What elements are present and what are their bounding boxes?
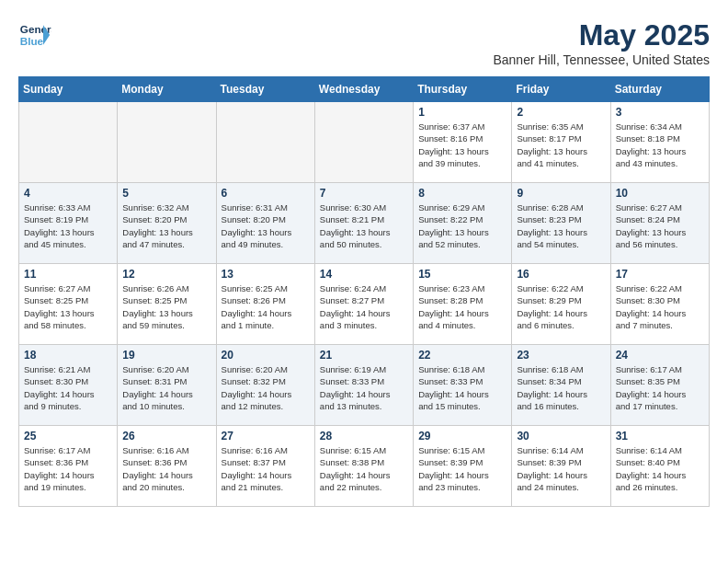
day-info: Sunrise: 6:15 AM Sunset: 8:39 PM Dayligh… [418, 444, 506, 493]
day-number: 3 [616, 106, 704, 119]
day-number: 8 [418, 187, 506, 200]
calendar-cell: 24Sunrise: 6:17 AM Sunset: 8:35 PM Dayli… [610, 345, 709, 426]
day-info: Sunrise: 6:35 AM Sunset: 8:17 PM Dayligh… [517, 121, 605, 169]
calendar-cell: 7Sunrise: 6:30 AM Sunset: 8:21 PM Daylig… [314, 183, 413, 264]
day-info: Sunrise: 6:20 AM Sunset: 8:31 PM Dayligh… [122, 363, 210, 412]
calendar-cell: 18Sunrise: 6:21 AM Sunset: 8:30 PM Dayli… [19, 345, 118, 426]
calendar-cell: 22Sunrise: 6:18 AM Sunset: 8:33 PM Dayli… [414, 345, 512, 426]
location-subtitle: Banner Hill, Tennessee, United States [493, 52, 710, 67]
day-info: Sunrise: 6:33 AM Sunset: 8:19 PM Dayligh… [24, 201, 112, 250]
calendar-cell: 28Sunrise: 6:15 AM Sunset: 8:38 PM Dayli… [314, 426, 413, 507]
calendar-cell [118, 102, 216, 183]
weekday-wednesday: Wednesday [314, 77, 413, 102]
day-number: 30 [517, 430, 605, 442]
day-number: 27 [222, 430, 310, 442]
week-row-4: 18Sunrise: 6:21 AM Sunset: 8:30 PM Dayli… [19, 345, 710, 426]
day-info: Sunrise: 6:27 AM Sunset: 8:24 PM Dayligh… [616, 201, 704, 250]
calendar-cell: 19Sunrise: 6:20 AM Sunset: 8:31 PM Dayli… [118, 345, 216, 426]
calendar-cell: 13Sunrise: 6:25 AM Sunset: 8:26 PM Dayli… [216, 264, 314, 345]
calendar-cell: 25Sunrise: 6:17 AM Sunset: 8:36 PM Dayli… [19, 426, 118, 507]
logo: General Blue [18, 18, 51, 52]
day-number: 1 [418, 106, 506, 119]
calendar-cell [216, 102, 314, 183]
day-number: 6 [222, 187, 310, 200]
day-info: Sunrise: 6:19 AM Sunset: 8:33 PM Dayligh… [320, 363, 408, 412]
day-number: 7 [320, 187, 408, 200]
svg-text:Blue: Blue [20, 35, 44, 47]
month-title: May 2025 [493, 18, 710, 52]
calendar-cell: 15Sunrise: 6:23 AM Sunset: 8:28 PM Dayli… [414, 264, 512, 345]
day-info: Sunrise: 6:16 AM Sunset: 8:37 PM Dayligh… [222, 444, 310, 493]
day-number: 19 [122, 349, 210, 362]
day-info: Sunrise: 6:37 AM Sunset: 8:16 PM Dayligh… [418, 121, 506, 169]
day-number: 15 [418, 268, 506, 281]
calendar-cell: 9Sunrise: 6:28 AM Sunset: 8:23 PM Daylig… [512, 183, 610, 264]
calendar-cell [19, 102, 118, 183]
day-number: 12 [122, 268, 210, 281]
day-number: 13 [222, 268, 310, 281]
day-info: Sunrise: 6:15 AM Sunset: 8:38 PM Dayligh… [320, 444, 408, 493]
day-number: 16 [517, 268, 605, 281]
calendar-cell: 3Sunrise: 6:34 AM Sunset: 8:18 PM Daylig… [610, 102, 709, 183]
calendar-cell: 1Sunrise: 6:37 AM Sunset: 8:16 PM Daylig… [414, 102, 512, 183]
calendar-cell: 10Sunrise: 6:27 AM Sunset: 8:24 PM Dayli… [610, 183, 709, 264]
day-info: Sunrise: 6:23 AM Sunset: 8:28 PM Dayligh… [418, 282, 506, 331]
day-info: Sunrise: 6:27 AM Sunset: 8:25 PM Dayligh… [24, 282, 112, 331]
calendar-cell: 17Sunrise: 6:22 AM Sunset: 8:30 PM Dayli… [610, 264, 709, 345]
calendar-cell: 30Sunrise: 6:14 AM Sunset: 8:39 PM Dayli… [512, 426, 610, 507]
day-number: 14 [320, 268, 408, 281]
day-info: Sunrise: 6:30 AM Sunset: 8:21 PM Dayligh… [320, 201, 408, 250]
week-row-5: 25Sunrise: 6:17 AM Sunset: 8:36 PM Dayli… [19, 426, 710, 507]
weekday-friday: Friday [512, 77, 610, 102]
day-info: Sunrise: 6:14 AM Sunset: 8:40 PM Dayligh… [616, 444, 704, 493]
calendar-cell: 6Sunrise: 6:31 AM Sunset: 8:20 PM Daylig… [216, 183, 314, 264]
day-number: 31 [616, 430, 704, 442]
day-number: 28 [320, 430, 408, 442]
calendar-cell: 23Sunrise: 6:18 AM Sunset: 8:34 PM Dayli… [512, 345, 610, 426]
day-number: 26 [122, 430, 210, 442]
day-info: Sunrise: 6:32 AM Sunset: 8:20 PM Dayligh… [122, 201, 210, 250]
day-number: 10 [616, 187, 704, 200]
calendar-cell: 21Sunrise: 6:19 AM Sunset: 8:33 PM Dayli… [314, 345, 413, 426]
calendar-cell: 26Sunrise: 6:16 AM Sunset: 8:36 PM Dayli… [118, 426, 216, 507]
calendar-body: 1Sunrise: 6:37 AM Sunset: 8:16 PM Daylig… [19, 102, 710, 507]
weekday-monday: Monday [118, 77, 216, 102]
weekday-sunday: Sunday [19, 77, 118, 102]
day-number: 29 [418, 430, 506, 442]
day-number: 24 [616, 349, 704, 362]
week-row-2: 4Sunrise: 6:33 AM Sunset: 8:19 PM Daylig… [19, 183, 710, 264]
day-info: Sunrise: 6:18 AM Sunset: 8:33 PM Dayligh… [418, 363, 506, 412]
week-row-1: 1Sunrise: 6:37 AM Sunset: 8:16 PM Daylig… [19, 102, 710, 183]
calendar-cell: 31Sunrise: 6:14 AM Sunset: 8:40 PM Dayli… [610, 426, 709, 507]
day-number: 18 [24, 349, 112, 362]
day-number: 20 [222, 349, 310, 362]
day-info: Sunrise: 6:34 AM Sunset: 8:18 PM Dayligh… [616, 121, 704, 169]
day-info: Sunrise: 6:20 AM Sunset: 8:32 PM Dayligh… [222, 363, 310, 412]
day-number: 9 [517, 187, 605, 200]
day-info: Sunrise: 6:31 AM Sunset: 8:20 PM Dayligh… [222, 201, 310, 250]
calendar-cell: 16Sunrise: 6:22 AM Sunset: 8:29 PM Dayli… [512, 264, 610, 345]
day-info: Sunrise: 6:17 AM Sunset: 8:35 PM Dayligh… [616, 363, 704, 412]
day-info: Sunrise: 6:17 AM Sunset: 8:36 PM Dayligh… [24, 444, 112, 493]
day-info: Sunrise: 6:18 AM Sunset: 8:34 PM Dayligh… [517, 363, 605, 412]
calendar-cell: 5Sunrise: 6:32 AM Sunset: 8:20 PM Daylig… [118, 183, 216, 264]
calendar-cell: 2Sunrise: 6:35 AM Sunset: 8:17 PM Daylig… [512, 102, 610, 183]
weekday-tuesday: Tuesday [216, 77, 314, 102]
week-row-3: 11Sunrise: 6:27 AM Sunset: 8:25 PM Dayli… [19, 264, 710, 345]
title-block: May 2025 Banner Hill, Tennessee, United … [493, 18, 710, 67]
weekday-saturday: Saturday [610, 77, 709, 102]
calendar-cell [314, 102, 413, 183]
calendar-cell: 29Sunrise: 6:15 AM Sunset: 8:39 PM Dayli… [414, 426, 512, 507]
weekday-header-row: SundayMondayTuesdayWednesdayThursdayFrid… [19, 77, 710, 102]
calendar-cell: 20Sunrise: 6:20 AM Sunset: 8:32 PM Dayli… [216, 345, 314, 426]
calendar-cell: 4Sunrise: 6:33 AM Sunset: 8:19 PM Daylig… [19, 183, 118, 264]
page-header: General Blue May 2025 Banner Hill, Tenne… [18, 18, 710, 67]
day-info: Sunrise: 6:24 AM Sunset: 8:27 PM Dayligh… [320, 282, 408, 331]
calendar-cell: 27Sunrise: 6:16 AM Sunset: 8:37 PM Dayli… [216, 426, 314, 507]
day-number: 5 [122, 187, 210, 200]
day-number: 22 [418, 349, 506, 362]
day-info: Sunrise: 6:22 AM Sunset: 8:29 PM Dayligh… [517, 282, 605, 331]
day-number: 23 [517, 349, 605, 362]
day-info: Sunrise: 6:26 AM Sunset: 8:25 PM Dayligh… [122, 282, 210, 331]
day-info: Sunrise: 6:22 AM Sunset: 8:30 PM Dayligh… [616, 282, 704, 331]
